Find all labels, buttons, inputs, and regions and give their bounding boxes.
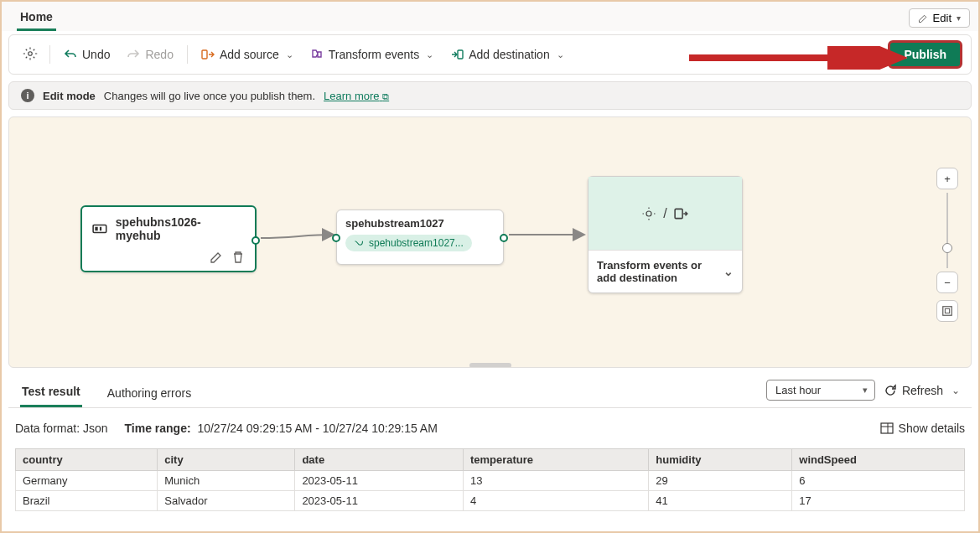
output-port[interactable] [500, 234, 508, 242]
chevron-down-icon: ⌄ [557, 49, 564, 60]
cell-date: 2023-05-11 [295, 491, 464, 511]
time-range-label: Time range: [125, 422, 191, 435]
publish-button[interactable]: Publish [888, 40, 962, 69]
refresh-label: Refresh [902, 384, 943, 397]
svg-rect-8 [675, 209, 682, 218]
undo-button[interactable]: Undo [57, 44, 117, 65]
time-range-value: 10/27/24 09:29:15 AM - 10/27/24 10:29:15… [197, 422, 437, 435]
zoom-controls: + − [936, 168, 959, 322]
stream-icon [354, 238, 364, 248]
cell-city: Salvador [158, 491, 295, 511]
input-port[interactable] [332, 234, 340, 242]
destination-placeholder-node[interactable]: / Transform events or add destination ⌄ [588, 176, 743, 293]
svg-rect-2 [458, 50, 463, 59]
transform-events-button[interactable]: Transform events ⌄ [303, 44, 440, 65]
svg-rect-1 [202, 50, 207, 59]
zoom-track[interactable] [946, 193, 948, 268]
redo-button[interactable]: Redo [120, 44, 179, 65]
learn-more-link[interactable]: Learn more ⧉ [324, 90, 389, 102]
external-link-icon: ⧉ [382, 91, 389, 101]
chevron-down-icon: ⌄ [426, 49, 433, 60]
details-icon [880, 422, 894, 434]
refresh-icon [884, 384, 897, 397]
cell-country: Brazil [16, 491, 158, 511]
add-destination-button[interactable]: Add destination ⌄ [443, 44, 571, 65]
stream-node-title: spehubstream1027 [345, 217, 495, 230]
destination-out-icon [450, 48, 464, 61]
edit-node-icon[interactable] [210, 251, 223, 264]
cell-temperature: 13 [463, 471, 648, 491]
col-city[interactable]: city [158, 449, 295, 471]
zoom-out-button[interactable]: − [936, 272, 958, 293]
results-table: countrycitydatetemperaturehumiditywindSp… [15, 448, 965, 511]
show-details-label: Show details [899, 422, 965, 435]
refresh-chevron[interactable]: ⌄ [951, 385, 960, 396]
undo-icon [64, 48, 77, 61]
destination-label: Transform events or add destination [597, 259, 714, 284]
zoom-in-button[interactable]: + [936, 168, 958, 189]
transform-gear-icon [641, 206, 656, 221]
banner-title: Edit mode [43, 90, 96, 102]
time-range-dropdown[interactable]: Last hour [766, 380, 875, 401]
stream-tag[interactable]: spehubstream1027... [345, 235, 472, 251]
source-node[interactable]: spehubns1026-myehub [80, 205, 257, 272]
table-row[interactable]: BrazilSalvador2023-05-1144117 [16, 491, 965, 511]
results-panel: Test result Authoring errors Last hour R… [8, 373, 972, 511]
zoom-thumb[interactable] [942, 243, 952, 253]
refresh-button[interactable]: Refresh [884, 384, 943, 397]
table-row[interactable]: GermanyMunich2023-05-1113296 [16, 471, 965, 491]
data-format-label: Data format: [15, 422, 80, 435]
source-node-label: spehubns1026-myehub [116, 215, 245, 242]
add-source-button[interactable]: Add source ⌄ [194, 44, 300, 65]
chevron-down-icon: ⌄ [286, 49, 293, 60]
cell-humidity: 41 [649, 491, 792, 511]
chevron-down-icon: ▾ [957, 13, 961, 23]
col-country[interactable]: country [16, 449, 158, 471]
add-source-label: Add source [220, 48, 279, 61]
stream-tag-label: spehubstream1027... [369, 237, 464, 249]
chevron-down-icon[interactable]: ⌄ [723, 265, 734, 278]
edit-mode-banner: i Edit mode Changes will go live once yo… [8, 81, 972, 110]
tab-test-result[interactable]: Test result [20, 378, 82, 407]
slash-separator: / [663, 206, 666, 221]
undo-label: Undo [82, 48, 110, 61]
cell-date: 2023-05-11 [295, 471, 464, 491]
info-icon: i [21, 89, 34, 102]
col-humidity[interactable]: humidity [649, 449, 792, 471]
cell-humidity: 29 [649, 471, 792, 491]
output-port[interactable] [251, 236, 260, 245]
panel-resize-handle[interactable] [469, 363, 511, 368]
col-windSpeed[interactable]: windSpeed [792, 449, 965, 471]
svg-rect-6 [100, 227, 101, 230]
export-icon [674, 206, 689, 221]
col-temperature[interactable]: temperature [463, 449, 648, 471]
source-in-icon [201, 48, 215, 61]
redo-label: Redo [145, 48, 173, 61]
gear-icon [23, 46, 38, 61]
cell-windSpeed: 17 [792, 491, 965, 511]
fit-icon [941, 305, 953, 317]
col-date[interactable]: date [295, 449, 464, 471]
toolbar: Undo Redo Add source ⌄ Transform events … [8, 34, 972, 75]
add-destination-label: Add destination [469, 48, 550, 61]
stream-node[interactable]: spehubstream1027 spehubstream1027... [336, 210, 504, 265]
cell-windSpeed: 6 [792, 471, 965, 491]
delete-node-icon[interactable] [231, 251, 245, 264]
svg-point-0 [29, 51, 33, 55]
edit-button[interactable]: Edit ▾ [909, 8, 970, 28]
tab-home[interactable]: Home [17, 5, 56, 31]
data-format-value: Json [83, 422, 108, 435]
eventhub-icon [92, 221, 107, 236]
cell-country: Germany [16, 471, 158, 491]
svg-rect-11 [881, 423, 893, 433]
svg-rect-5 [95, 227, 97, 230]
pencil-icon [918, 13, 928, 23]
cell-temperature: 4 [463, 491, 648, 511]
svg-rect-9 [943, 307, 952, 316]
show-details-button[interactable]: Show details [880, 422, 965, 435]
tab-authoring-errors[interactable]: Authoring errors [106, 380, 193, 406]
cell-city: Munich [158, 471, 295, 491]
zoom-fit-button[interactable] [936, 300, 958, 322]
pipeline-canvas[interactable]: spehubns1026-myehub spehubstream1027 spe… [8, 116, 972, 368]
settings-gear-button[interactable] [18, 43, 43, 67]
